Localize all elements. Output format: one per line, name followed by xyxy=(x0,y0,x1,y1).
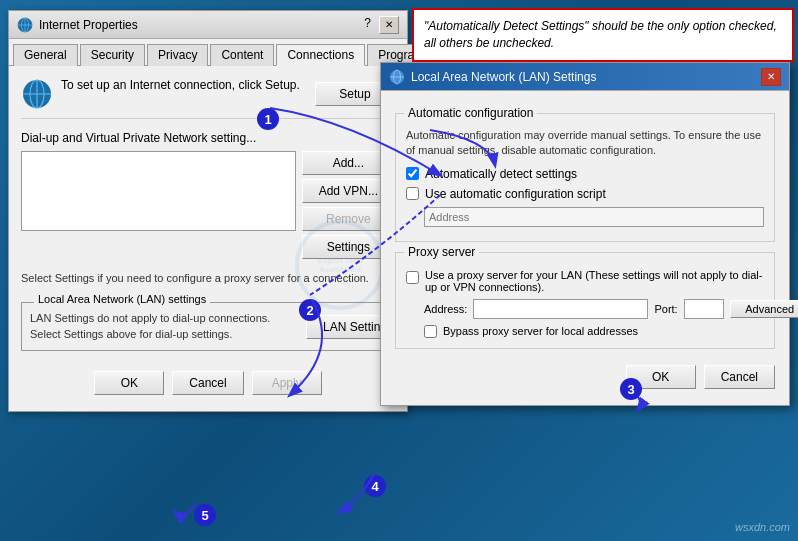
lan-description: LAN Settings do not apply to dial-up con… xyxy=(30,311,296,342)
port-input[interactable]: 80 xyxy=(684,299,724,319)
close-button[interactable]: ✕ xyxy=(379,16,399,34)
ie-ok-button[interactable]: OK xyxy=(94,371,164,395)
proxy-title: Proxy server xyxy=(404,245,479,259)
ie-apply-button[interactable]: Apply xyxy=(252,371,322,395)
address-input[interactable] xyxy=(424,207,764,227)
watermark: wsxdn.com xyxy=(735,521,790,533)
setup-text: To set up an Internet connection, click … xyxy=(21,78,315,110)
ie-titlebar: Internet Properties ? ✕ xyxy=(9,11,407,39)
bypass-row: Bypass proxy server for local addresses xyxy=(424,325,764,338)
proxy-section: Proxy server Use a proxy server for your… xyxy=(395,252,775,349)
expert-watermark: Expert Tech Assistance xyxy=(295,220,385,310)
ie-cancel-button[interactable]: Cancel xyxy=(172,371,243,395)
ie-title: Internet Properties xyxy=(39,18,138,32)
help-icon[interactable]: ? xyxy=(364,16,371,34)
bypass-checkbox[interactable] xyxy=(424,325,437,338)
tab-security[interactable]: Security xyxy=(80,44,145,66)
tab-privacy[interactable]: Privacy xyxy=(147,44,208,66)
lan-row: LAN Settings do not apply to dial-up con… xyxy=(30,311,386,342)
ie-icon xyxy=(17,17,33,33)
lan-titlebar-left: Local Area Network (LAN) Settings xyxy=(389,69,596,85)
lan-section-title: Local Area Network (LAN) settings xyxy=(34,293,210,305)
proxy-addr-row: Address: Port: 80 Advanced xyxy=(424,299,764,319)
bypass-label[interactable]: Bypass proxy server for local addresses xyxy=(443,325,638,337)
proxy-use-row: Use a proxy server for your LAN (These s… xyxy=(406,269,764,293)
globe-icon xyxy=(21,78,53,110)
proxy-address-input[interactable] xyxy=(473,299,648,319)
proxy-label[interactable]: Use a proxy server for your LAN (These s… xyxy=(425,269,764,293)
auto-config-title: Automatic configuration xyxy=(404,106,537,120)
lan-cancel-button[interactable]: Cancel xyxy=(704,365,775,389)
auto-script-label[interactable]: Use automatic configuration script xyxy=(425,187,606,201)
tab-connections[interactable]: Connections xyxy=(276,44,365,66)
advanced-button[interactable]: Advanced xyxy=(730,300,798,318)
auto-script-row: Use automatic configuration script xyxy=(406,187,764,201)
vpn-list[interactable] xyxy=(21,151,296,231)
lan-dialog-content: Automatic configuration Automatic config… xyxy=(381,91,789,405)
setup-description: To set up an Internet connection, click … xyxy=(61,78,300,92)
badge-1: 1 xyxy=(257,108,279,130)
badge-3: 3 xyxy=(620,378,642,400)
auto-detect-label[interactable]: Automatically detect settings xyxy=(425,167,577,181)
ok-cancel-row: OK Cancel Apply xyxy=(21,363,395,399)
instruction-box: "Automatically Detect Settings" should b… xyxy=(412,8,794,62)
ie-window: Internet Properties ? ✕ General Security… xyxy=(8,10,408,412)
lan-dialog: Local Area Network (LAN) Settings ✕ Auto… xyxy=(380,62,790,406)
auto-script-checkbox[interactable] xyxy=(406,187,419,200)
tabs-bar: General Security Privacy Content Connect… xyxy=(9,39,407,66)
lan-titlebar: Local Area Network (LAN) Settings ✕ xyxy=(381,63,789,91)
setup-row: To set up an Internet connection, click … xyxy=(21,78,395,119)
lan-settings-button[interactable]: LAN Settings xyxy=(306,315,386,339)
auto-detect-checkbox[interactable] xyxy=(406,167,419,180)
dial-vpn-label: Dial-up and Virtual Private Network sett… xyxy=(21,131,395,145)
address-label: Address: xyxy=(424,303,467,315)
lan-close-button[interactable]: ✕ xyxy=(761,68,781,86)
auto-detect-row: Automatically detect settings xyxy=(406,167,764,181)
badge-2: 2 xyxy=(299,299,321,321)
titlebar-buttons: ? ✕ xyxy=(364,16,399,34)
badge-5: 5 xyxy=(194,504,216,526)
auto-config-group: Automatic configuration Automatic config… xyxy=(395,113,775,242)
auto-config-text: Automatic configuration may override man… xyxy=(406,128,764,159)
lan-icon xyxy=(389,69,405,85)
badge-4: 4 xyxy=(364,475,386,497)
instruction-text: "Automatically Detect Settings" should b… xyxy=(424,19,777,50)
titlebar-left: Internet Properties xyxy=(17,17,138,33)
lan-ok-cancel-row: OK Cancel xyxy=(395,359,775,391)
tab-general[interactable]: General xyxy=(13,44,78,66)
use-proxy-checkbox[interactable] xyxy=(406,271,419,284)
address-row xyxy=(424,207,764,227)
tab-content[interactable]: Content xyxy=(210,44,274,66)
lan-dialog-title: Local Area Network (LAN) Settings xyxy=(411,70,596,84)
port-label: Port: xyxy=(654,303,677,315)
